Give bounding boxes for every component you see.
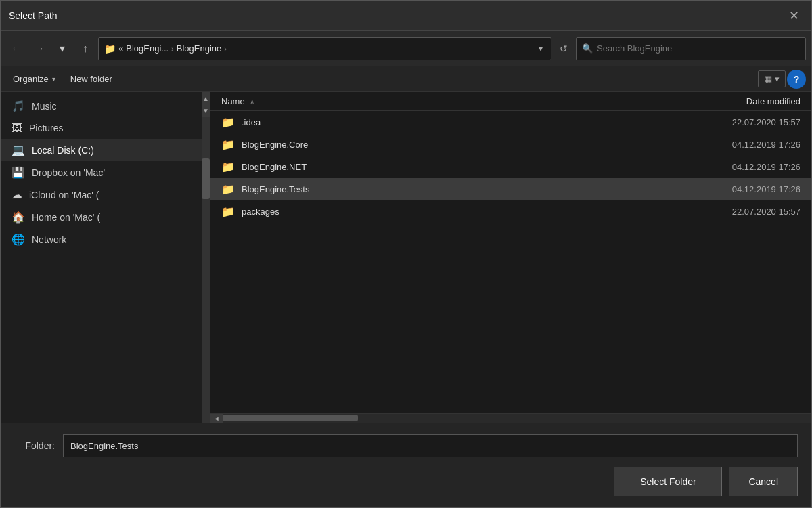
back-icon: ← bbox=[11, 43, 22, 55]
organize-menu[interactable]: Organize ▾ bbox=[6, 71, 62, 87]
breadcrumb: « BlogEngi... › BlogEngine › bbox=[118, 43, 533, 54]
file-date: 04.12.2019 17:26 bbox=[665, 184, 800, 194]
table-row[interactable]: 📁 packages 22.07.2020 15:57 bbox=[210, 200, 811, 223]
breadcrumb-sep1: › bbox=[171, 45, 174, 53]
help-button[interactable]: ? bbox=[787, 70, 806, 89]
footer: Folder: Select Folder Cancel bbox=[1, 423, 811, 507]
sidebar-icon: 💾 bbox=[12, 166, 25, 179]
sidebar-item-label: Network bbox=[32, 234, 66, 245]
sidebar-scroll-thumb bbox=[202, 158, 210, 199]
main-content: 🎵 Music 🖼 Pictures 💻 Local Disk (C:) 💾 D… bbox=[1, 92, 811, 423]
file-name: packages bbox=[242, 207, 658, 217]
address-bar[interactable]: 📁 « BlogEngi... › BlogEngine › ▾ bbox=[98, 37, 551, 60]
sidebar-item-label: Local Disk (C:) bbox=[32, 145, 94, 156]
file-date: 04.12.2019 17:26 bbox=[665, 162, 800, 172]
button-row: Select Folder Cancel bbox=[14, 467, 798, 496]
forward-button[interactable]: → bbox=[29, 39, 49, 59]
folder-icon: 📁 bbox=[221, 183, 235, 196]
sidebar-list: 🎵 Music 🖼 Pictures 💻 Local Disk (C:) 💾 D… bbox=[1, 92, 202, 423]
sidebar-item-icloud-on-'mac'-([interactable]: ☁ iCloud on 'Mac' ( bbox=[1, 184, 202, 206]
search-icon: 🔍 bbox=[582, 43, 593, 54]
dialog-title: Select Path bbox=[9, 10, 58, 21]
sidebar-icon: 🌐 bbox=[12, 233, 25, 246]
sidebar-item-label: iCloud on 'Mac' ( bbox=[29, 190, 99, 200]
sidebar-item-home-on-'mac'-([interactable]: 🏠 Home on 'Mac' ( bbox=[1, 206, 202, 228]
address-dropdown-icon[interactable]: ▾ bbox=[536, 44, 545, 54]
sidebar-item-label: Music bbox=[32, 101, 57, 112]
col-date-header[interactable]: Date modified bbox=[665, 96, 800, 106]
sidebar-item-label: Dropbox on 'Mac' bbox=[32, 167, 105, 178]
table-row[interactable]: 📁 BlogEngine.Core 04.12.2019 17:26 bbox=[210, 133, 811, 156]
toolbar: ← → ▾ ↑ 📁 « BlogEngi... › BlogEngine › ▾… bbox=[1, 31, 811, 66]
close-button[interactable]: ✕ bbox=[784, 6, 803, 25]
view-button[interactable]: ▦ ▾ bbox=[758, 70, 786, 87]
file-list: Name ∧ Date modified 📁 .idea 22.07.2020 … bbox=[210, 92, 811, 423]
dropdown-icon: ▾ bbox=[60, 42, 65, 55]
organize-label: Organize bbox=[13, 74, 49, 84]
sidebar-icon: 🏠 bbox=[12, 211, 25, 224]
sidebar-scroll-up[interactable]: ▲ bbox=[202, 92, 210, 104]
table-row[interactable]: 📁 .idea 22.07.2020 15:57 bbox=[210, 111, 811, 133]
sidebar-icon: 🖼 bbox=[12, 122, 22, 134]
organize-arrow: ▾ bbox=[52, 75, 55, 83]
col-name-header[interactable]: Name ∧ bbox=[221, 96, 665, 106]
new-folder-button[interactable]: New folder bbox=[64, 71, 119, 87]
menubar: Organize ▾ New folder ▦ ▾ ? bbox=[1, 66, 811, 92]
file-name: .idea bbox=[242, 117, 658, 127]
file-date: 22.07.2020 15:57 bbox=[665, 117, 800, 127]
folder-input[interactable] bbox=[63, 434, 798, 457]
folder-icon: 📁 bbox=[221, 116, 235, 129]
refresh-icon: ↺ bbox=[560, 43, 568, 54]
horizontal-scrollbar[interactable]: ◄ bbox=[210, 413, 811, 423]
folder-icon: 📁 bbox=[221, 138, 235, 151]
dropdown-button[interactable]: ▾ bbox=[52, 39, 72, 59]
search-input[interactable] bbox=[597, 43, 800, 54]
title-bar: Select Path ✕ bbox=[1, 1, 811, 31]
file-date: 04.12.2019 17:26 bbox=[665, 140, 800, 150]
sidebar-icon: ☁ bbox=[12, 188, 22, 201]
h-scroll-left[interactable]: ◄ bbox=[210, 414, 223, 423]
address-folder-icon: 📁 bbox=[104, 43, 116, 54]
view-arrow: ▾ bbox=[775, 74, 780, 84]
file-name: BlogEngine.NET bbox=[242, 162, 658, 172]
table-row[interactable]: 📁 BlogEngine.NET 04.12.2019 17:26 bbox=[210, 156, 811, 178]
breadcrumb-sep2: › bbox=[224, 45, 227, 53]
sidebar-scrollbar[interactable]: ▲ ▼ bbox=[202, 92, 210, 423]
h-scroll-thumb bbox=[223, 415, 358, 421]
help-label: ? bbox=[794, 74, 800, 85]
up-icon: ↑ bbox=[83, 43, 88, 55]
folder-icon: 📁 bbox=[221, 205, 235, 218]
new-folder-label: New folder bbox=[70, 74, 112, 84]
sort-arrow: ∧ bbox=[250, 98, 254, 106]
sidebar-item-music[interactable]: 🎵 Music bbox=[1, 95, 202, 117]
search-bar: 🔍 bbox=[576, 37, 806, 60]
cancel-button[interactable]: Cancel bbox=[729, 467, 798, 496]
h-scroll-track bbox=[223, 414, 798, 423]
up-button[interactable]: ↑ bbox=[75, 39, 95, 59]
file-date: 22.07.2020 15:57 bbox=[665, 207, 800, 217]
breadcrumb-part1: BlogEngi... bbox=[126, 43, 168, 54]
back-button[interactable]: ← bbox=[6, 39, 26, 59]
breadcrumb-part2: BlogEngine bbox=[177, 43, 222, 54]
sidebar-item-label: Pictures bbox=[29, 123, 64, 133]
folder-row: Folder: bbox=[14, 434, 798, 457]
folder-label: Folder: bbox=[14, 440, 55, 451]
sidebar: 🎵 Music 🖼 Pictures 💻 Local Disk (C:) 💾 D… bbox=[1, 92, 210, 423]
sidebar-item-dropbox-on-'mac'[interactable]: 💾 Dropbox on 'Mac' bbox=[1, 161, 202, 184]
sidebar-item-pictures[interactable]: 🖼 Pictures bbox=[1, 117, 202, 139]
file-rows: 📁 .idea 22.07.2020 15:57 📁 BlogEngine.Co… bbox=[210, 111, 811, 413]
file-list-header: Name ∧ Date modified bbox=[210, 92, 811, 111]
sidebar-scroll-down[interactable]: ▼ bbox=[202, 104, 210, 117]
sidebar-icon: 💻 bbox=[12, 144, 25, 156]
sidebar-icon: 🎵 bbox=[12, 100, 25, 112]
sidebar-item-network[interactable]: 🌐 Network bbox=[1, 228, 202, 251]
forward-icon: → bbox=[34, 43, 45, 55]
breadcrumb-prefix: « bbox=[118, 43, 123, 54]
sidebar-item-local-disk-(c:)[interactable]: 💻 Local Disk (C:) bbox=[1, 139, 202, 161]
sidebar-scroll-container: 🎵 Music 🖼 Pictures 💻 Local Disk (C:) 💾 D… bbox=[1, 92, 210, 423]
refresh-button[interactable]: ↺ bbox=[554, 39, 573, 58]
sidebar-item-label: Home on 'Mac' ( bbox=[32, 212, 100, 223]
file-name: BlogEngine.Core bbox=[242, 140, 658, 150]
select-folder-button[interactable]: Select Folder bbox=[614, 467, 722, 496]
table-row[interactable]: 📁 BlogEngine.Tests 04.12.2019 17:26 bbox=[210, 178, 811, 200]
